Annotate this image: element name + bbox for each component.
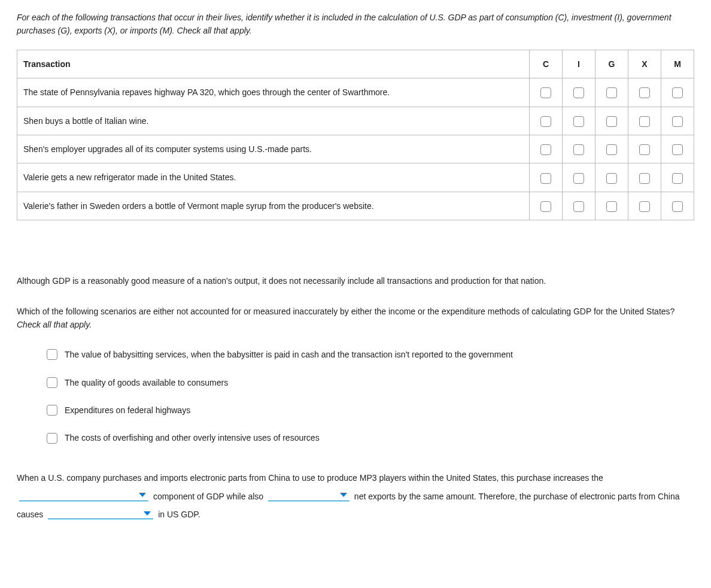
- gdp-components-table: Transaction C I G X M The state of Penns…: [17, 50, 694, 220]
- transaction-text: Valerie's father in Sweden orders a bott…: [17, 192, 530, 220]
- dropdown-gdp-change[interactable]: [48, 509, 153, 519]
- chevron-down-icon: [144, 511, 151, 516]
- transaction-text: Shen buys a bottle of Italian wine.: [17, 107, 530, 135]
- instructions-text: For each of the following transactions t…: [17, 11, 694, 38]
- checkbox-row1-i[interactable]: [573, 87, 584, 98]
- checkbox-row3-c[interactable]: [540, 144, 551, 155]
- option-row: The costs of overfishing and other overl…: [47, 431, 694, 444]
- checkbox-option-babysitting[interactable]: [47, 349, 57, 360]
- checkbox-row2-g[interactable]: [606, 116, 617, 127]
- option-label: The costs of overfishing and other overl…: [65, 431, 320, 444]
- transaction-text: Shen's employer upgrades all of its comp…: [17, 135, 530, 163]
- question2-prompt: Which of the following scenarios are eit…: [17, 305, 694, 332]
- table-row: Shen's employer upgrades all of its comp…: [17, 135, 694, 163]
- transaction-text: Valerie gets a new refrigerator made in …: [17, 163, 530, 192]
- checkbox-row1-m[interactable]: [672, 87, 683, 98]
- transaction-text: The state of Pennsylvania repaves highwa…: [17, 78, 530, 107]
- checkbox-row5-m[interactable]: [672, 201, 683, 212]
- checkbox-row1-g[interactable]: [606, 87, 617, 98]
- checkbox-row2-m[interactable]: [672, 116, 683, 127]
- gdp-limitation-text: Although GDP is a reasonably good measur…: [17, 274, 694, 287]
- checkbox-row4-x[interactable]: [639, 173, 650, 184]
- checkbox-row3-x[interactable]: [639, 144, 650, 155]
- table-row: Valerie gets a new refrigerator made in …: [17, 163, 694, 192]
- question2-hint: Check all that apply.: [17, 320, 92, 329]
- checkbox-row3-m[interactable]: [672, 144, 683, 155]
- option-label: The quality of goods available to consum…: [65, 376, 228, 389]
- checkbox-row3-g[interactable]: [606, 144, 617, 155]
- checkbox-row1-c[interactable]: [540, 87, 551, 98]
- table-row: Shen buys a bottle of Italian wine.: [17, 107, 694, 135]
- fill-in-blank-paragraph: When a U.S. company purchases and import…: [17, 469, 694, 524]
- fill-text-2: component of GDP while also: [153, 492, 266, 501]
- col-x: X: [628, 50, 661, 78]
- question2-lead: Which of the following scenarios are eit…: [17, 307, 674, 316]
- col-transaction: Transaction: [17, 50, 530, 78]
- checkbox-option-highways[interactable]: [47, 405, 57, 416]
- table-row: The state of Pennsylvania repaves highwa…: [17, 78, 694, 107]
- checkbox-row2-x[interactable]: [639, 116, 650, 127]
- chevron-down-icon: [139, 493, 146, 497]
- option-row: The value of babysitting services, when …: [47, 348, 694, 361]
- checkbox-row4-c[interactable]: [540, 173, 551, 184]
- col-c: C: [530, 50, 563, 78]
- col-i: I: [563, 50, 595, 78]
- option-label: Expenditures on federal highways: [65, 404, 190, 417]
- fill-text-1: When a U.S. company purchases and import…: [17, 473, 603, 483]
- option-row: Expenditures on federal highways: [47, 404, 694, 417]
- checkbox-row1-x[interactable]: [639, 87, 650, 98]
- question2-options: The value of babysitting services, when …: [47, 348, 694, 445]
- checkbox-row5-g[interactable]: [606, 201, 617, 212]
- table-row: Valerie's father in Sweden orders a bott…: [17, 192, 694, 220]
- checkbox-row3-i[interactable]: [573, 144, 584, 155]
- checkbox-row5-c[interactable]: [540, 201, 551, 212]
- checkbox-option-quality[interactable]: [47, 377, 57, 388]
- dropdown-net-exports-effect[interactable]: [268, 491, 350, 501]
- checkbox-row2-c[interactable]: [540, 116, 551, 127]
- dropdown-gdp-component[interactable]: [19, 491, 148, 501]
- option-label: The value of babysitting services, when …: [65, 348, 513, 361]
- checkbox-row5-i[interactable]: [573, 201, 584, 212]
- col-g: G: [595, 50, 628, 78]
- chevron-down-icon: [340, 493, 347, 497]
- col-m: M: [661, 50, 694, 78]
- option-row: The quality of goods available to consum…: [47, 376, 694, 389]
- checkbox-row4-m[interactable]: [672, 173, 683, 184]
- checkbox-row5-x[interactable]: [639, 201, 650, 212]
- checkbox-option-overfishing[interactable]: [47, 433, 57, 444]
- table-header-row: Transaction C I G X M: [17, 50, 694, 78]
- checkbox-row4-i[interactable]: [573, 173, 584, 184]
- checkbox-row4-g[interactable]: [606, 173, 617, 184]
- checkbox-row2-i[interactable]: [573, 116, 584, 127]
- fill-text-4: in US GDP.: [158, 510, 200, 519]
